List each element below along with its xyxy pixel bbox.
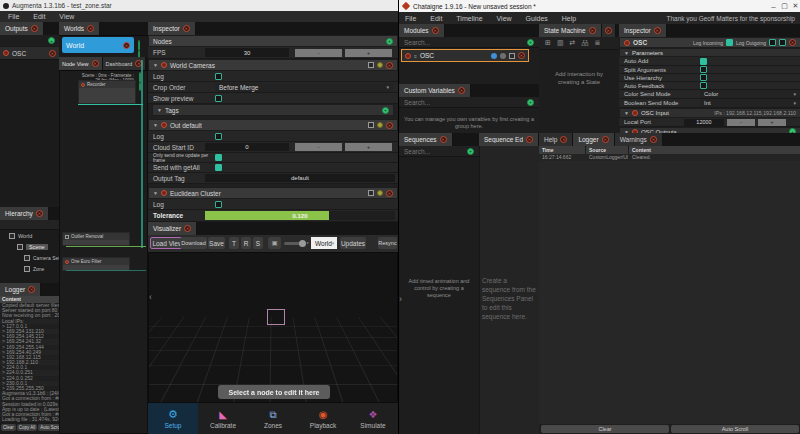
chevron-down-icon[interactable]: ▼ — [157, 107, 162, 113]
log-checkbox[interactable] — [215, 201, 222, 208]
add-transition-icon[interactable]: ⇄ — [570, 39, 576, 47]
crop-order-dropdown[interactable]: Before Merge — [215, 83, 393, 92]
module-item-osc[interactable]: ≡ OSC — [401, 49, 529, 62]
save-button[interactable]: Save — [208, 237, 225, 249]
log-checkbox[interactable] — [215, 133, 222, 140]
close-icon[interactable] — [602, 136, 609, 143]
menu-item[interactable]: View — [59, 13, 74, 20]
chevron-down-icon[interactable]: ▼ — [153, 62, 158, 68]
minimize-icon[interactable]: – — [768, 2, 779, 11]
tree-item-scene[interactable]: Scene — [0, 242, 59, 252]
close-icon[interactable] — [440, 136, 447, 143]
tab-simulate[interactable]: ❖ Simulate — [348, 403, 398, 434]
add-comment-icon[interactable]: ▥ — [557, 39, 564, 47]
chevron-down-icon[interactable]: ▼ — [624, 50, 629, 56]
close-icon[interactable] — [605, 27, 612, 34]
use-hierarchy-checkbox[interactable] — [700, 74, 707, 81]
osc-inspector-header[interactable]: OSC Log Incoming Log Outgoing — [619, 37, 800, 48]
euclidean-cluster-header[interactable]: ▼ Euclidean Cluster — [148, 187, 398, 199]
close-icon[interactable] — [458, 87, 465, 94]
close-icon[interactable] — [650, 136, 657, 143]
close-window-icon[interactable]: ✕ — [790, 2, 800, 10]
chevron-down-icon[interactable]: ▼ — [153, 122, 158, 128]
solo-icon[interactable] — [368, 190, 374, 196]
add-state-icon[interactable]: ⊞ — [545, 39, 551, 47]
close-icon[interactable] — [36, 210, 43, 217]
split-arguments-checkbox[interactable] — [700, 66, 707, 73]
sequences-search-row[interactable]: Search... — [399, 146, 479, 157]
add-tag-icon[interactable] — [382, 107, 389, 114]
auto-feedback-checkbox[interactable] — [700, 82, 707, 89]
scale-button[interactable]: S — [253, 237, 263, 249]
logger-auto-scroll-button[interactable]: Auto Scroll — [671, 425, 799, 433]
zoom-slider[interactable] — [284, 242, 304, 245]
column-time[interactable]: Time — [539, 146, 585, 154]
translate-button[interactable]: T — [229, 237, 239, 249]
tree-item-camera-setup[interactable]: Camera Setup — [0, 253, 59, 263]
resync-button[interactable]: Resync — [378, 237, 397, 249]
tree-node-icon[interactable] — [24, 255, 30, 261]
close-icon[interactable] — [386, 122, 393, 129]
output-tag-value[interactable]: default — [205, 174, 395, 182]
close-icon[interactable] — [92, 60, 99, 67]
updates-button[interactable]: Updates — [340, 237, 366, 249]
close-icon[interactable] — [518, 52, 525, 59]
camera-snapshot-button[interactable]: ▣ — [268, 237, 281, 249]
auto-add-checkbox[interactable] — [700, 58, 707, 65]
chevron-down-icon[interactable]: ▼ — [624, 110, 629, 116]
nodes-header[interactable]: Nodes — [148, 35, 398, 47]
logger-copy-all-button[interactable]: Copy All — [17, 424, 38, 431]
close-icon[interactable] — [87, 25, 94, 32]
grid-snap-icon[interactable]: ≣ — [594, 39, 600, 47]
menu-item[interactable]: File — [405, 15, 416, 22]
node-one-euro-filter[interactable]: One Euro Filter — [62, 257, 130, 271]
tree-node-icon[interactable] — [24, 266, 30, 272]
send-getall-checkbox[interactable] — [215, 164, 222, 171]
tab-hierarchy[interactable]: Hierarchy — [0, 207, 49, 220]
search-input[interactable]: Search... — [404, 99, 527, 106]
tab-sequence-editor[interactable]: Sequence Editor — [479, 133, 539, 146]
chevron-down-icon[interactable]: ▼ — [153, 190, 158, 196]
solo-icon[interactable] — [368, 62, 374, 68]
log-incoming-checkbox[interactable] — [726, 39, 733, 46]
tab-zones[interactable]: ⧉ Zones — [248, 403, 298, 434]
close-icon[interactable] — [789, 39, 796, 46]
tab-outputs[interactable]: Outputs — [0, 22, 44, 35]
tags-header[interactable]: ▼ Tags — [152, 104, 394, 116]
show-preview-checkbox[interactable] — [215, 95, 222, 102]
augmenta-titlebar[interactable]: Augmenta 1.3.1b6 - test_zone.star — [0, 0, 398, 11]
drag-handle-icon[interactable]: ≡ — [414, 53, 417, 59]
close-icon[interactable] — [386, 190, 393, 197]
cloud-start-id-value[interactable]: 0 — [205, 143, 289, 151]
close-icon[interactable] — [560, 136, 567, 143]
tab-modules[interactable]: Modules — [399, 24, 445, 37]
tab-worlds[interactable]: Worlds — [59, 22, 100, 35]
close-icon[interactable] — [654, 27, 661, 34]
tab-node-view[interactable]: Node View — [59, 57, 103, 70]
module-enabled-checkbox[interactable] — [509, 53, 515, 59]
tab-sequences[interactable]: Sequences — [399, 133, 453, 146]
add-module-icon[interactable] — [527, 39, 534, 46]
fps-value[interactable]: 30 — [205, 48, 289, 57]
boolean-send-mode-dropdown[interactable]: Int — [700, 99, 800, 107]
local-port-value[interactable]: 12000 — [684, 119, 724, 126]
tree-node-icon[interactable] — [17, 244, 23, 250]
menu-item[interactable]: Edit — [430, 15, 442, 22]
tab-setup[interactable]: ⚙ Setup — [148, 403, 198, 434]
align-states-icon[interactable]: 品 — [581, 38, 588, 48]
close-icon[interactable] — [432, 27, 439, 34]
cloud-start-decrement[interactable]: - — [295, 143, 342, 151]
visualizer-viewport[interactable] — [148, 252, 398, 403]
zoom-slider-handle[interactable] — [299, 240, 306, 247]
column-source[interactable]: Source — [586, 146, 628, 154]
only-send-checkbox[interactable] — [215, 154, 222, 161]
close-icon[interactable] — [589, 27, 596, 34]
node-recorder[interactable]: Recorder — [78, 80, 136, 104]
column-content[interactable]: Content — [629, 146, 800, 154]
space-dropdown[interactable]: World — [311, 237, 337, 249]
logger-column-header[interactable]: Content — [0, 296, 59, 303]
fps-increment[interactable]: + — [345, 49, 392, 57]
maximize-icon[interactable]: ▢ — [779, 2, 790, 10]
tab-logger-augmenta[interactable]: Logger — [0, 283, 41, 296]
zone-outline[interactable] — [267, 309, 285, 325]
